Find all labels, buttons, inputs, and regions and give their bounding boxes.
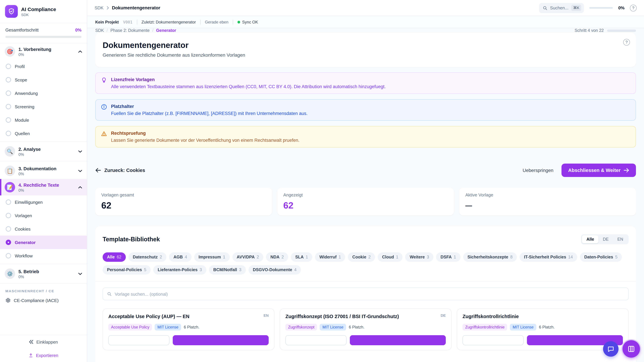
sidebar-item-label: Vorlagen bbox=[15, 213, 32, 218]
filter-chip-lieferanten-policies[interactable]: Lieferanten-Policies3 bbox=[153, 265, 206, 275]
alert-lizenzfreie-vorlagen: Lizenzfreie Vorlagen Alle verwendeten Te… bbox=[95, 72, 636, 94]
sidebar-item-generator[interactable]: Generator bbox=[0, 236, 87, 249]
template-card-zugriffskontrollrichtlinie[interactable]: Zugriffskontrollrichtlinie Zugriffskontr… bbox=[457, 308, 628, 350]
phase-percent: 0% bbox=[18, 275, 75, 279]
sidebar-item-cookies[interactable]: Cookies bbox=[0, 222, 87, 236]
filter-chips: Alle62 Datenschutz2 AGB4 Impressum1 AVV/… bbox=[103, 252, 628, 275]
filter-chip-cookie[interactable]: Cookie2 bbox=[348, 252, 375, 262]
template-card-aup[interactable]: Acceptable Use Policy (AUP) — EN EN Acce… bbox=[103, 308, 274, 350]
overall-progress-label: Gesamtfortschritt bbox=[5, 27, 38, 32]
sidebar-item-scope[interactable]: Scope bbox=[0, 73, 87, 86]
alert-rechtspruefung: Rechtspruefung Lassen Sie generierte Dok… bbox=[95, 126, 636, 147]
back-button[interactable]: Zurueck: Cookies bbox=[95, 168, 145, 173]
project-name: Kein Projekt bbox=[95, 19, 119, 24]
filter-chip-sla[interactable]: SLA1 bbox=[291, 252, 312, 262]
template-grid: Acceptable Use Policy (AUP) — EN EN Acce… bbox=[103, 308, 628, 350]
export-button[interactable]: Exportieren bbox=[0, 349, 87, 362]
radio-selected-icon bbox=[6, 240, 11, 245]
sidebar-item-profil[interactable]: Profil bbox=[0, 60, 87, 73]
stat-value: 62 bbox=[283, 200, 448, 211]
placeholder-count: 6 Platzh. bbox=[184, 325, 200, 330]
sidebar-item-einwilligungen[interactable]: Einwilligungen bbox=[0, 195, 87, 209]
template-secondary-button[interactable] bbox=[108, 335, 169, 345]
help-icon[interactable]: ? bbox=[623, 39, 630, 45]
divider bbox=[0, 161, 87, 161]
filter-chip-impressum[interactable]: Impressum1 bbox=[194, 252, 230, 262]
tab-de[interactable]: DE bbox=[598, 235, 613, 243]
sidebar-item-module[interactable]: Module bbox=[0, 113, 87, 127]
filter-chip-alle[interactable]: Alle62 bbox=[103, 252, 126, 262]
filter-chip-bcm-notfall[interactable]: BCM/Notfall3 bbox=[209, 265, 246, 275]
stat-label: Vorlagen gesamt bbox=[101, 192, 266, 197]
filter-chip-dsfa[interactable]: DSFA1 bbox=[436, 252, 460, 262]
tab-alle[interactable]: Alle bbox=[582, 235, 598, 243]
filter-chip-avv-dpa[interactable]: AVV/DPA2 bbox=[232, 252, 263, 262]
sidebar-item-screening[interactable]: Screening bbox=[0, 100, 87, 113]
phase-percent: 0% bbox=[18, 52, 75, 56]
filter-chip-cloud[interactable]: Cloud1 bbox=[378, 252, 403, 262]
sidebar-item-workflow[interactable]: Workflow bbox=[0, 249, 87, 263]
clipboard-icon: 📋 bbox=[5, 166, 15, 176]
chevron-down-icon bbox=[78, 272, 82, 275]
collapse-sidebar-button[interactable]: Einklappen bbox=[0, 335, 87, 349]
last-visited: Zuletzt: Dokumentengenerator bbox=[142, 19, 196, 24]
category-tag: Zugriffskonzept bbox=[286, 324, 317, 331]
sidebar-phase-vorbereitung[interactable]: 🎯 1. Vorbereitung 0% bbox=[0, 43, 87, 60]
stat-card-total: Vorlagen gesamt 62 bbox=[95, 188, 272, 216]
sidebar-phase-dokumentation[interactable]: 📋 3. Dokumentation 0% bbox=[0, 163, 87, 179]
sidebar-phase-analyse[interactable]: 🔍 2. Analyse 0% bbox=[0, 143, 87, 160]
stat-label: Angezeigt bbox=[283, 192, 448, 197]
main-area: SDK Dokumentengenerator Suchen... ⌘K 0% … bbox=[87, 0, 644, 362]
filter-chip-dsgvo-dokumente[interactable]: DSGVO-Dokumente4 bbox=[248, 265, 301, 275]
sync-ok-dot-icon bbox=[238, 21, 240, 23]
stat-card-shown: Angezeigt 62 bbox=[277, 188, 454, 216]
filter-chip-agb[interactable]: AGB4 bbox=[169, 252, 191, 262]
phase-label: 4. Rechtliche Texte bbox=[18, 182, 75, 188]
ce-compliance-label: CE-Compliance (IACE) bbox=[14, 298, 58, 303]
chat-fab-button[interactable] bbox=[603, 341, 618, 357]
finish-next-button[interactable]: Abschliessen & Weiter bbox=[562, 164, 636, 177]
sidebar-phase-rechtliche-texte[interactable]: 📝 4. Rechtliche Texte 0% bbox=[0, 179, 87, 195]
memo-icon: 📝 bbox=[5, 182, 15, 192]
divider bbox=[0, 141, 87, 142]
breadcrumb-root[interactable]: SDK bbox=[94, 5, 104, 10]
page-title: Dokumentengenerator bbox=[103, 40, 628, 50]
help-icon[interactable]: ? bbox=[630, 4, 636, 11]
sidebar-item-quellen[interactable]: Quellen bbox=[0, 127, 87, 140]
divider bbox=[95, 281, 636, 282]
template-primary-button[interactable] bbox=[172, 335, 269, 345]
tab-en[interactable]: EN bbox=[613, 235, 628, 243]
chevron-down-icon bbox=[78, 150, 82, 153]
filter-chip-widerruf[interactable]: Widerruf1 bbox=[315, 252, 345, 262]
template-card-zugriffskonzept[interactable]: Zugriffskonzept (ISO 27001 / BSI IT-Grun… bbox=[280, 308, 452, 350]
filter-chip-weitere[interactable]: Weitere3 bbox=[405, 252, 434, 262]
columns-fab-button[interactable] bbox=[622, 340, 640, 358]
sidebar-item-ce-compliance[interactable]: CE-Compliance (IACE) bbox=[0, 295, 87, 307]
search-icon bbox=[543, 5, 548, 10]
filter-chip-datenschutz[interactable]: Datenschutz2 bbox=[128, 252, 166, 262]
filter-chip-daten-policies[interactable]: Daten-Policies5 bbox=[580, 252, 622, 262]
separator: / bbox=[106, 28, 108, 33]
sidebar-phase-betrieb[interactable]: ⚙️ 5. Betrieb 0% bbox=[0, 266, 87, 282]
template-primary-button[interactable] bbox=[350, 335, 446, 345]
filter-chip-nda[interactable]: NDA2 bbox=[266, 252, 288, 262]
page-header-card: Dokumentengenerator Generieren Sie recht… bbox=[95, 33, 636, 67]
template-secondary-button[interactable] bbox=[462, 335, 524, 345]
filter-chip-personal-policies[interactable]: Personal-Policies5 bbox=[103, 265, 150, 275]
category-tag: Zugriffskontrollrichtlinie bbox=[462, 324, 507, 331]
stats-row: Vorlagen gesamt 62 Angezeigt 62 Aktive V… bbox=[95, 188, 636, 216]
breadcrumb-sdk[interactable]: SDK bbox=[95, 28, 104, 33]
template-search bbox=[103, 288, 628, 300]
template-secondary-button[interactable] bbox=[286, 335, 346, 345]
skip-button[interactable]: Ueberspringen bbox=[522, 168, 554, 173]
alert-platzhalter: Platzhalter Fuellen Sie die Platzhalter … bbox=[95, 99, 636, 121]
sidebar-item-vorlagen[interactable]: Vorlagen bbox=[0, 209, 87, 222]
page-subtitle: Generieren Sie rechtliche Dokumente aus … bbox=[103, 52, 628, 58]
breadcrumb-phase2[interactable]: Phase 2: Dokumente bbox=[110, 28, 150, 33]
global-search-input[interactable]: Suchen... ⌘K bbox=[539, 3, 584, 13]
sidebar-item-anwendung[interactable]: Anwendung bbox=[0, 86, 87, 100]
library-title: Template-Bibliothek bbox=[103, 236, 160, 243]
template-search-input[interactable] bbox=[115, 292, 624, 297]
filter-chip-it-sicherheit-policies[interactable]: IT-Sicherheit Policies14 bbox=[520, 252, 577, 262]
filter-chip-sicherheitskonzepte[interactable]: Sicherheitskonzepte8 bbox=[463, 252, 517, 262]
